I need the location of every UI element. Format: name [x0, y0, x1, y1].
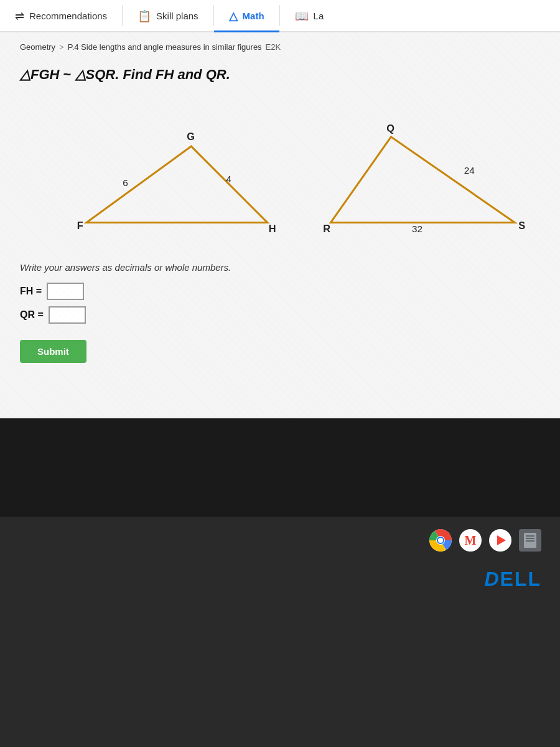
qr-answer-row: QR =	[20, 306, 540, 324]
breadcrumb-topic: P.4 Side lengths and angle measures in s…	[68, 42, 262, 52]
problem-title: △FGH ~ △SQR. Find FH and QR.	[20, 67, 540, 83]
breadcrumb-code: E2K	[266, 42, 281, 52]
submit-button[interactable]: Submit	[20, 340, 86, 363]
triangles-diagram: F G H 6 4 Q R S 24 32	[20, 100, 540, 250]
dell-text: D	[484, 568, 500, 590]
side-RS-label: 32	[412, 223, 422, 234]
side-QS-label: 24	[464, 165, 475, 176]
vertex-F: F	[77, 220, 83, 231]
vertex-R: R	[323, 223, 330, 234]
play-triangle-icon	[497, 535, 506, 545]
language-arts-icon: 📖	[295, 9, 309, 23]
dell-logo: DELL	[484, 568, 541, 591]
diagram-area: F G H 6 4 Q R S 24 32	[20, 100, 540, 250]
triangle-sqr	[331, 137, 515, 223]
nav-math[interactable]: △ Math	[214, 1, 279, 32]
breadcrumb-subject[interactable]: Geometry	[20, 42, 55, 52]
fh-answer-row: FH =	[20, 283, 540, 300]
taskbar-icons: M	[429, 529, 541, 552]
nav-language-arts-label: La	[314, 11, 324, 21]
qr-label: QR =	[20, 309, 44, 321]
triangle-fgh	[86, 146, 268, 222]
nav-skill-plans[interactable]: 📋 Skill plans	[123, 1, 213, 32]
chrome-svg	[429, 529, 452, 552]
vertex-Q: Q	[386, 123, 394, 134]
main-content: Geometry > P.4 Side lengths and angle me…	[0, 32, 560, 418]
side-FG-label: 6	[123, 177, 128, 188]
answer-area: Write your answers as decimals or whole …	[20, 262, 540, 363]
fh-input[interactable]	[47, 283, 84, 300]
vertex-H: H	[269, 223, 276, 234]
nav-recommendations[interactable]: ⇌ Recommendations	[0, 1, 122, 32]
chrome-icon[interactable]	[429, 529, 452, 552]
vertex-G: G	[187, 131, 195, 142]
answer-instruction: Write your answers as decimals or whole …	[20, 262, 540, 273]
qr-input[interactable]	[49, 306, 86, 324]
taskbar: M DELL	[0, 517, 560, 747]
dell-rest: ELL	[500, 568, 541, 590]
svg-point-3	[438, 538, 443, 543]
nav-math-label: Math	[243, 11, 264, 21]
math-icon: △	[229, 9, 238, 23]
files-icon[interactable]	[519, 529, 541, 552]
recommendations-icon: ⇌	[15, 9, 24, 23]
breadcrumb-separator: >	[59, 42, 64, 52]
side-GH-label: 4	[226, 174, 231, 184]
files-inner	[524, 533, 536, 548]
fh-label: FH =	[20, 286, 42, 297]
navigation-bar: ⇌ Recommendations 📋 Skill plans △ Math 📖…	[0, 0, 560, 32]
vertex-S: S	[518, 220, 525, 231]
youtube-icon[interactable]	[489, 529, 511, 552]
skill-plans-icon: 📋	[138, 9, 151, 23]
gmail-label: M	[465, 533, 477, 548]
nav-language-arts[interactable]: 📖 La	[280, 1, 339, 32]
gmail-icon[interactable]: M	[459, 529, 482, 552]
breadcrumb: Geometry > P.4 Side lengths and angle me…	[20, 42, 540, 52]
nav-skill-plans-label: Skill plans	[156, 11, 198, 21]
nav-recommendations-label: Recommendations	[29, 11, 107, 21]
